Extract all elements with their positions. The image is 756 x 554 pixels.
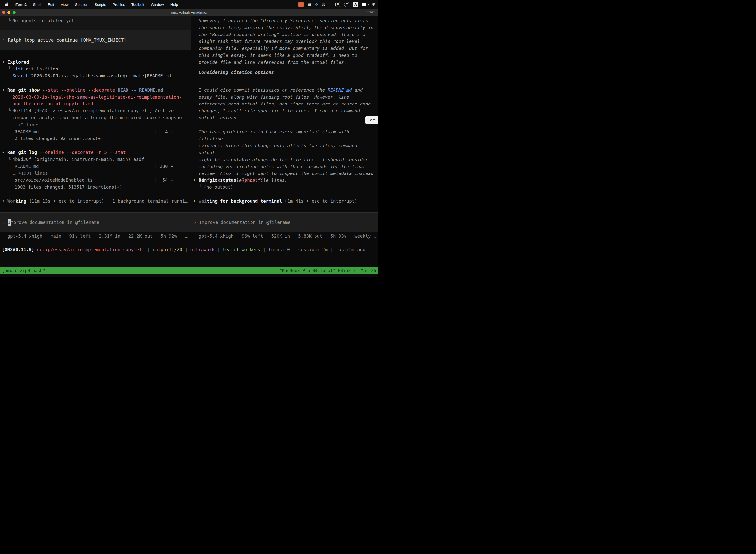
menu-extra-icon[interactable]: ❋ <box>372 2 375 7</box>
window-titlebar[interactable]: omx --xhigh --madmax ⌥⌘1 <box>0 9 378 16</box>
ralph-banner: ›Ralph loop active continue [OMX_TMUX_IN… <box>0 30 191 50</box>
git-log-stat-summary: 1903 files changed, 513517 insertions(+) <box>15 184 122 190</box>
agents-note: └No agents completed yet <box>8 17 74 24</box>
waiting-status-line: •Waiting for background terminal (1m 41s… <box>193 198 357 205</box>
screen-recording-icon[interactable]: ▭ <box>298 2 304 7</box>
omx-last-activity: last:5m ago <box>336 247 365 252</box>
git-log-stat-readme: README.md | 280 + <box>15 163 173 170</box>
chevron-icon: › <box>2 37 8 44</box>
screen: iTerm2 Shell Edit View Session Scripts P… <box>0 0 378 277</box>
bullet-icon: • <box>2 87 7 94</box>
right-pane[interactable]: However, I noticed the "Directory Struct… <box>191 16 378 243</box>
omx-mode: ultrawork <box>190 247 214 252</box>
window-title: omx --xhigh --madmax <box>0 10 378 14</box>
menu-window[interactable]: Window <box>147 2 167 7</box>
left-pane[interactable]: └No agents completed yet ›Ralph loop act… <box>0 16 191 243</box>
git-show-more-lines[interactable]: … +2 lines <box>13 121 40 128</box>
spinner-bullet-icon: • <box>2 198 7 205</box>
menu-profiles[interactable]: Profiles <box>109 2 128 7</box>
omx-turns: turns:10 <box>268 247 290 252</box>
model-status-line: gpt-5.4 xhigh · main · 91% left · 2.31M … <box>7 233 188 239</box>
bullet-icon: • <box>2 59 7 65</box>
menu-toolbelt[interactable]: Toolbelt <box>128 2 147 7</box>
explored-header: •Explored <box>2 59 29 65</box>
readme-link[interactable]: README.md <box>328 88 352 93</box>
menu-edit[interactable]: Edit <box>44 2 57 7</box>
git-status-output: └(no output) <box>199 184 233 190</box>
tree-branch-icon: └ <box>199 184 204 190</box>
prompt-text: Improve documentation in @filename <box>199 219 291 226</box>
prompt-text: mprove documentation in @filename <box>11 219 100 226</box>
git-show-stat-readme: README.md | 4 + <box>15 128 173 135</box>
bullet-icon: • <box>2 149 7 156</box>
git-log-stat-voice: src/voice/voiceModeEnabled.ts | 54 + <box>15 177 173 184</box>
keyboard-key-icon[interactable]: 8 <box>335 2 340 7</box>
menu-session[interactable]: Session <box>72 2 91 7</box>
omx-ralph-counter: ralph:11/20 <box>152 247 182 252</box>
menu-view[interactable]: View <box>57 2 72 7</box>
model-status-line: gpt-5.4 xhigh · 96% left · 520K in · 5.8… <box>199 233 376 239</box>
prompt-chevron-icon: › <box>2 219 8 226</box>
menu-iterm2[interactable]: iTerm2 <box>11 2 30 7</box>
git-log-output-1: └4b9d30f (origin/main, instructkr/main, … <box>8 156 144 163</box>
reasoning-paragraph-3: The team guideline is to back every impo… <box>199 128 375 184</box>
working-status-line: •Working (11m 13s • esc to interrupt) · … <box>2 198 188 205</box>
prompt-chevron-icon: › <box>194 219 199 226</box>
ran-git-show-line: •Ran git show --stat --oneline --decorat… <box>2 87 164 94</box>
menu-shell[interactable]: Shell <box>30 2 44 7</box>
apps-grid-icon[interactable]: ⠿ <box>329 2 332 7</box>
git-show-arg-wrap-1: 2026-03-09-is-legal-the-same-as-legitima… <box>12 94 182 101</box>
text-cursor: I <box>8 219 11 226</box>
apple-icon <box>5 2 8 7</box>
reasoning-heading: Considering citation options <box>199 69 274 76</box>
omx-session-time: session:12m <box>298 247 328 252</box>
menu-scripts[interactable]: Scripts <box>91 2 109 7</box>
window-shortcut-hint: ⌥⌘1 <box>366 10 378 14</box>
raycast-icon[interactable]: ❖ <box>315 2 318 7</box>
git-show-stat-summary: 2 files changed, 92 insertions(+) <box>15 135 104 142</box>
screen-share-tooltip[interactable]: Scre <box>365 116 378 124</box>
ralph-banner-text: Ralph loop active continue [OMX_TMUX_INJ… <box>8 37 126 44</box>
prompt-input[interactable]: ›Improve documentation in @filename <box>191 213 378 232</box>
tree-branch-icon: └ <box>8 156 12 163</box>
menu-help[interactable]: Help <box>167 2 181 7</box>
tree-branch-icon: └ <box>8 17 12 24</box>
input-source-icon[interactable]: A <box>353 2 358 7</box>
tmux-status-bar[interactable]: [omx-cczip0:bash*"MacBook-Pro-44.local" … <box>0 267 378 274</box>
battery-percent-icon[interactable]: .61 <box>344 2 350 7</box>
omx-version: [OMX#0.11.9] <box>2 247 34 252</box>
explored-list-line: └List git ls-files <box>8 65 58 72</box>
omx-status-bar: [OMX#0.11.9] cczip/essay/ai-reimplementa… <box>2 246 365 253</box>
reasoning-paragraph-2: I could cite commit statistics or refere… <box>199 87 375 121</box>
spinner-bullet-icon: • <box>193 198 199 205</box>
bullet-icon: • <box>193 177 199 184</box>
omx-branch-path: cczip/essay/ai-reimplementation-copyleft <box>37 247 144 252</box>
tmux-session-name[interactable]: [omx-cczip0:bash* <box>2 267 45 274</box>
explored-search-line: Search 2026-03-09-is-legal-the-same-as-l… <box>12 72 171 79</box>
apple-menu[interactable] <box>4 2 11 7</box>
ran-git-status-line: •Ran git status --short <box>193 177 258 184</box>
terminal-content: └No agents completed yet ›Ralph loop act… <box>0 16 378 243</box>
prompt-input[interactable]: ›Improve documentation in @filename <box>0 213 191 232</box>
menu-status-area: ▭ ▦ ❖ ◍ ⠿ 8 .61 A ❋ <box>298 2 375 7</box>
reasoning-paragraph-1: However, I noticed the "Directory Struct… <box>199 17 375 66</box>
menu-bar: iTerm2 Shell Edit View Session Scripts P… <box>0 0 378 9</box>
battery-icon[interactable] <box>362 3 368 6</box>
git-show-arg-wrap-2: and-the-erosion-of-copyleft.md <box>12 100 93 107</box>
omx-team: team:1 workers <box>223 247 260 252</box>
agents-panel: └No agents completed yet <box>0 16 191 30</box>
git-show-output-1: └067f154 (HEAD -> essay/ai-reimplementat… <box>8 107 174 114</box>
tree-branch-icon: └ <box>8 107 12 114</box>
tree-branch-icon: └ <box>8 65 12 72</box>
ran-git-log-line: •Ran git log --oneline --decorate -n 5 -… <box>2 149 126 156</box>
git-log-more-lines[interactable]: … +1901 lines <box>13 170 48 177</box>
terminal-app-icon[interactable]: ◍ <box>322 2 325 7</box>
git-show-output-2: companion analysis without altering the … <box>12 114 185 121</box>
spreadsheet-icon[interactable]: ▦ <box>308 2 311 7</box>
tmux-host-clock: "MacBook-Pro-44.local" 04:52 31-Mar-26 <box>279 267 376 274</box>
